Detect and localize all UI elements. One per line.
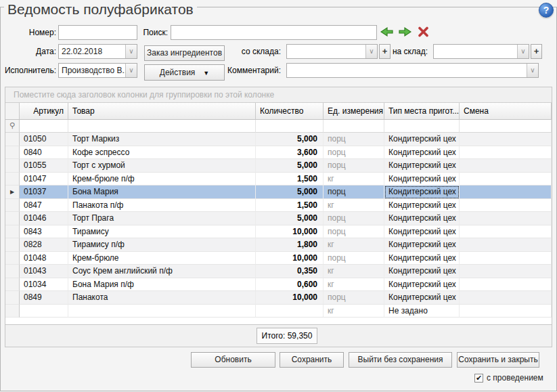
unit-cell[interactable]: порц (324, 291, 384, 305)
unit-cell[interactable]: порц (324, 186, 384, 199)
chevron-down-icon[interactable]: ∨ (527, 64, 538, 77)
prep-place-type-cell[interactable]: Кондитерский цех (384, 212, 460, 225)
quantity-cell[interactable]: 3,600 (256, 146, 324, 160)
prep-place-type-cell[interactable]: Кондитерский цех (384, 186, 460, 199)
column-header-2[interactable]: Товар (68, 103, 256, 120)
prep-place-type-cell[interactable]: Кондитерский цех (384, 146, 460, 160)
product-name-cell[interactable]: Торт с хурмой (68, 159, 256, 173)
help-icon[interactable]: ? (539, 3, 554, 18)
article-cell[interactable]: 0843 (20, 225, 68, 239)
shift-cell[interactable] (460, 291, 552, 305)
shift-cell[interactable] (460, 146, 552, 160)
filter-cell[interactable] (68, 120, 256, 133)
clear-search-icon[interactable] (417, 26, 430, 37)
shift-cell[interactable] (460, 173, 552, 186)
prep-place-type-cell[interactable]: Кондитерский цех (384, 159, 460, 173)
table-row[interactable]: 01034Бона Мария п/ф0,600кгКондитерский ц… (5, 278, 552, 292)
table-row[interactable]: 01047Крем-брюле п/ф1,500кгКондитерский ц… (5, 173, 552, 186)
article-cell[interactable]: 0849 (20, 291, 68, 305)
column-header-5[interactable]: Тип места пригот... (384, 103, 460, 120)
article-cell[interactable]: 01047 (20, 173, 68, 186)
unit-cell[interactable]: порц (324, 133, 384, 146)
product-name-cell[interactable]: Торт Прага (68, 212, 256, 225)
unit-cell[interactable]: кг (324, 265, 384, 278)
quantity-cell[interactable]: 0,600 (256, 278, 324, 292)
article-cell[interactable]: 01048 (20, 252, 68, 265)
product-name-cell[interactable] (68, 305, 256, 318)
quantity-cell[interactable]: 5,000 (256, 212, 324, 225)
column-header-1[interactable]: Артикул (20, 103, 68, 120)
unit-cell[interactable]: порц (324, 225, 384, 239)
product-name-cell[interactable]: Соус Крем английский п/ф (68, 265, 256, 278)
unit-cell[interactable]: кг (324, 238, 384, 252)
shift-cell[interactable] (460, 159, 552, 173)
prep-place-type-cell[interactable]: Кондитерский цех (384, 291, 460, 305)
search-prev-icon[interactable] (380, 26, 393, 37)
product-name-cell[interactable]: Панакота (68, 291, 256, 305)
refresh-button[interactable]: Обновить (191, 352, 275, 368)
product-name-cell[interactable]: Тирамису п/ф (68, 238, 256, 252)
article-cell[interactable]: 01050 (20, 133, 68, 146)
chevron-down-icon[interactable]: ∨ (125, 45, 137, 58)
unit-cell[interactable]: кг (324, 278, 384, 292)
article-cell[interactable]: 0847 (20, 199, 68, 213)
with-posting-checkbox[interactable] (474, 374, 483, 383)
table-row[interactable]: 0847Панакота п/ф1,500кгКондитерский цех (5, 199, 552, 213)
executor-select[interactable]: Производство В... ∨ (58, 63, 137, 78)
to-store-select[interactable]: ∨ (433, 44, 529, 59)
table-row[interactable]: 0828Тирамису п/ф1,800кгКондитерский цех (5, 238, 552, 252)
group-by-panel[interactable]: Поместите сюда заголовок колонки для гру… (5, 87, 552, 103)
quantity-cell[interactable] (256, 305, 324, 318)
quantity-cell[interactable]: 1,800 (256, 238, 324, 252)
filter-cell[interactable] (324, 120, 384, 133)
unit-cell[interactable]: кг (324, 305, 384, 318)
with-posting-option[interactable]: с проведением (474, 373, 543, 383)
filter-cell[interactable] (20, 120, 68, 133)
article-cell[interactable]: 01034 (20, 278, 68, 292)
product-name-cell[interactable]: Бона Мария (68, 186, 256, 199)
unit-cell[interactable]: порц (324, 212, 384, 225)
article-cell[interactable]: 0828 (20, 238, 68, 252)
chevron-down-icon[interactable]: ∨ (125, 64, 137, 77)
chevron-down-icon[interactable]: ∨ (365, 45, 377, 58)
table-row[interactable]: ▶01037Бона Мария5,000порцКондитерский це… (5, 186, 552, 199)
quantity-cell[interactable]: 10,000 (256, 225, 324, 239)
number-input[interactable] (58, 25, 137, 40)
save-button[interactable]: Сохранить (280, 352, 344, 368)
column-header-6[interactable]: Смена (460, 103, 552, 120)
shift-cell[interactable] (460, 225, 552, 239)
prep-place-type-cell[interactable]: Кондитерский цех (384, 173, 460, 186)
from-store-select[interactable]: ∨ (286, 44, 378, 59)
prep-place-type-cell[interactable]: Кондитерский цех (384, 225, 460, 239)
product-name-cell[interactable]: Панакота п/ф (68, 199, 256, 213)
shift-cell[interactable] (460, 133, 552, 146)
product-name-cell[interactable]: Бона Мария п/ф (68, 278, 256, 292)
grid-filter-row[interactable]: ⚲ (5, 120, 552, 133)
quantity-cell[interactable]: 1,500 (256, 199, 324, 213)
filter-cell[interactable] (384, 120, 460, 133)
shift-cell[interactable] (460, 212, 552, 225)
shift-cell[interactable] (460, 238, 552, 252)
shift-cell[interactable] (460, 186, 552, 199)
table-row[interactable]: 01046Торт Прага5,000порцКондитерский цех (5, 212, 552, 225)
save-and-close-button[interactable]: Сохранить и закрыть (457, 352, 539, 368)
table-row[interactable]: кгНе задано (5, 305, 552, 318)
search-next-icon[interactable] (399, 26, 411, 37)
article-cell[interactable]: 01043 (20, 265, 68, 278)
quantity-cell[interactable]: 1,500 (256, 173, 324, 186)
product-name-cell[interactable]: Крем-брюле п/ф (68, 173, 256, 186)
quantity-cell[interactable]: 10,000 (256, 291, 324, 305)
shift-cell[interactable] (460, 305, 552, 318)
table-row[interactable]: 01048Крем-брюле10,000порцКондитерский це… (5, 252, 552, 265)
table-row[interactable]: 0849Панакота10,000порцКондитерский цех (5, 291, 552, 305)
column-header-3[interactable]: Количество (256, 103, 324, 120)
prep-place-type-cell[interactable]: Не задано (384, 305, 460, 318)
article-cell[interactable]: 01046 (20, 212, 68, 225)
product-name-cell[interactable]: Крем-брюле (68, 252, 256, 265)
shift-cell[interactable] (460, 278, 552, 292)
quantity-cell[interactable]: 0,350 (256, 265, 324, 278)
unit-cell[interactable]: порц (324, 252, 384, 265)
prep-place-type-cell[interactable]: Кондитерский цех (384, 265, 460, 278)
unit-cell[interactable]: кг (324, 173, 384, 186)
prep-place-type-cell[interactable]: Кондитерский цех (384, 278, 460, 292)
